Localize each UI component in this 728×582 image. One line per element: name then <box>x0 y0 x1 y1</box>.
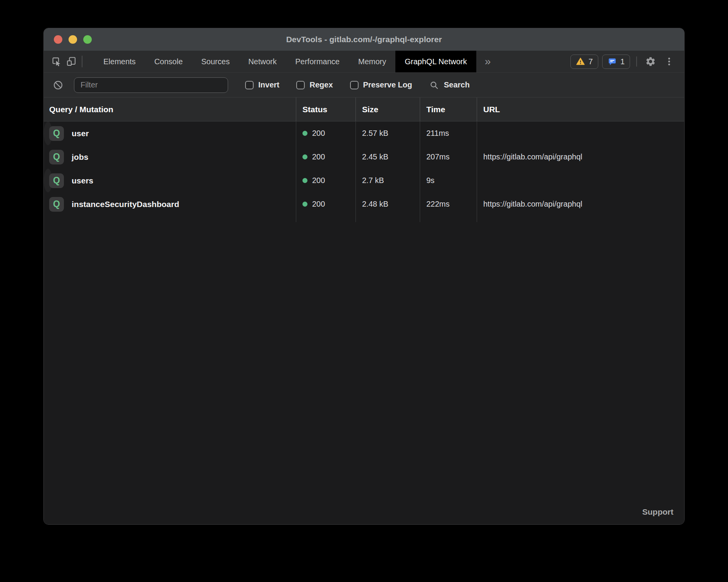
checkbox-invert[interactable]: Invert <box>245 80 279 89</box>
size-value: 2.48 kB <box>355 192 420 216</box>
request-row-users[interactable]: Q users 200 2.7 kB 9s https://gitlab.com… <box>44 169 52 192</box>
url-value: https://gitlab.com/api/graphql <box>477 192 684 216</box>
filter-checkboxes: InvertRegexPreserve Log <box>245 80 412 89</box>
settings-gear-icon[interactable] <box>643 54 658 69</box>
zoom-window-button[interactable] <box>83 35 92 44</box>
toolbar-divider <box>636 56 637 67</box>
tab-graphql-network[interactable]: GraphQL Network <box>395 51 476 72</box>
time-value: 9s <box>420 169 477 192</box>
checkbox-box-preserve-log[interactable] <box>350 81 359 89</box>
tab-console[interactable]: Console <box>145 51 192 72</box>
tab-memory[interactable]: Memory <box>349 51 395 72</box>
column-header-url[interactable]: URL <box>477 98 684 121</box>
size-value: 2.45 kB <box>355 145 420 169</box>
status-ok-dot <box>302 202 307 207</box>
search-button[interactable]: Search <box>429 80 470 90</box>
request-row-jobs[interactable]: Q jobs 200 2.45 kB 207ms https://gitlab.… <box>44 145 684 169</box>
inspect-element-icon[interactable] <box>49 54 64 69</box>
column-header-query-mutation[interactable]: Query / Mutation <box>44 98 296 121</box>
query-type-badge: Q <box>49 126 64 141</box>
url-value: https://gitlab.com/api/graphql <box>477 169 483 192</box>
query-type-badge: Q <box>49 197 64 212</box>
toolbar-right-cluster: 7 1 <box>570 54 684 69</box>
column-header-status[interactable]: Status <box>296 98 355 121</box>
window-title: DevTools - gitlab.com/-/graphql-explorer <box>44 35 684 44</box>
support-link[interactable]: Support <box>642 507 673 517</box>
message-count: 1 <box>620 57 625 66</box>
table-header: Query / MutationStatusSizeTimeURL <box>44 98 684 122</box>
status-code: 200 <box>312 129 325 138</box>
checkbox-box-invert[interactable] <box>245 81 254 89</box>
checkbox-regex[interactable]: Regex <box>296 80 333 89</box>
column-header-size[interactable]: Size <box>355 98 420 121</box>
request-row-instancesecuritydashboard[interactable]: Q instanceSecurityDashboard 200 2.48 kB … <box>44 192 684 216</box>
checkbox-label: Preserve Log <box>363 80 412 89</box>
toggle-device-toolbar-icon[interactable] <box>64 54 79 69</box>
toolbar-divider <box>82 56 82 67</box>
query-type-badge: Q <box>49 150 64 164</box>
filter-input[interactable] <box>74 77 228 93</box>
window-controls <box>44 35 92 44</box>
minimize-window-button[interactable] <box>69 35 77 44</box>
tab-elements[interactable]: Elements <box>94 51 145 72</box>
status-code: 200 <box>312 176 325 185</box>
devtools-window: DevTools - gitlab.com/-/graphql-explorer… <box>43 28 685 525</box>
size-value: 2.57 kB <box>355 122 420 145</box>
query-type-badge: Q <box>49 173 64 188</box>
url-value: https://gitlab.com/api/graphql <box>477 122 483 145</box>
titlebar: DevTools - gitlab.com/-/graphql-explorer <box>44 28 684 51</box>
checkbox-label: Regex <box>309 80 333 89</box>
panel-tabs: ElementsConsoleSourcesNetworkPerformance… <box>94 51 476 72</box>
query-name: users <box>72 176 93 185</box>
status-code: 200 <box>312 200 325 209</box>
column-header-time[interactable]: Time <box>420 98 477 121</box>
column-divider-stub <box>44 216 684 222</box>
query-name: user <box>72 129 89 138</box>
status-ok-dot <box>302 131 307 136</box>
search-label: Search <box>444 80 470 89</box>
query-name: jobs <box>72 152 88 162</box>
table-empty-area: Support <box>44 222 684 524</box>
messages-badge[interactable]: 1 <box>602 55 630 69</box>
warning-count: 7 <box>589 57 593 66</box>
status-code: 200 <box>312 152 325 161</box>
kebab-menu-icon[interactable] <box>662 54 676 69</box>
time-value: 207ms <box>420 145 477 169</box>
close-window-button[interactable] <box>54 35 62 44</box>
filterbar: InvertRegexPreserve Log Search <box>44 73 684 98</box>
message-icon <box>608 57 617 66</box>
chevron-double-right-icon[interactable]: » <box>476 56 500 67</box>
tab-performance[interactable]: Performance <box>286 51 349 72</box>
warnings-badge[interactable]: 7 <box>570 55 598 69</box>
warning-icon <box>576 57 585 66</box>
status-ok-dot <box>302 178 307 183</box>
devtools-tabbar: ElementsConsoleSourcesNetworkPerformance… <box>44 51 684 73</box>
search-icon <box>429 80 439 90</box>
tab-network[interactable]: Network <box>239 51 286 72</box>
url-value: https://gitlab.com/api/graphql <box>477 145 684 169</box>
checkbox-box-regex[interactable] <box>296 81 305 89</box>
checkbox-label: Invert <box>258 80 279 89</box>
block-icon[interactable] <box>51 78 65 92</box>
time-value: 222ms <box>420 192 477 216</box>
query-name: instanceSecurityDashboard <box>72 200 179 209</box>
checkbox-preserve-log[interactable]: Preserve Log <box>350 80 412 89</box>
request-table: Q user 200 2.57 kB 211ms https://gitlab.… <box>44 122 684 216</box>
size-value: 2.7 kB <box>355 169 420 192</box>
tab-sources[interactable]: Sources <box>192 51 239 72</box>
status-ok-dot <box>302 154 307 159</box>
request-row-user[interactable]: Q user 200 2.57 kB 211ms https://gitlab.… <box>44 122 52 145</box>
time-value: 211ms <box>420 122 477 145</box>
